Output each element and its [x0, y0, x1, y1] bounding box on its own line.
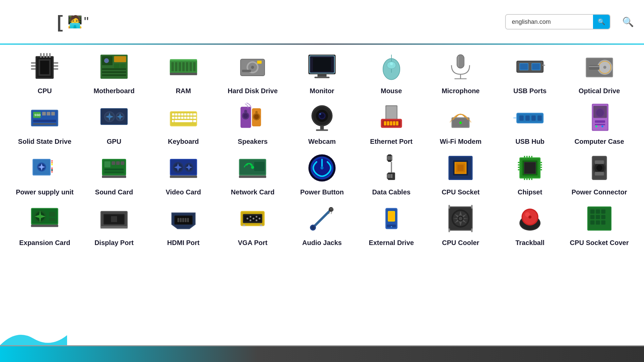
- svg-rect-244: [531, 156, 533, 158]
- item-computer-case[interactable]: Computer Case: [565, 97, 634, 147]
- svg-rect-206: [239, 176, 266, 178]
- item-wifi-modem[interactable]: Wi-Fi Modem: [426, 97, 495, 147]
- svg-rect-147: [386, 106, 396, 120]
- microphone-label: Microphone: [442, 87, 480, 95]
- svg-rect-127: [174, 120, 193, 122]
- svg-rect-47: [178, 62, 181, 71]
- item-network-card[interactable]: Network Card: [218, 147, 287, 198]
- item-solid-state-drive[interactable]: SSDSolid State Drive: [10, 97, 79, 147]
- svg-point-282: [250, 216, 251, 218]
- cpu-cooler-icon: [437, 200, 484, 237]
- item-monitor[interactable]: Monitor: [287, 46, 357, 97]
- svg-rect-246: [526, 178, 528, 180]
- bottom-bar: [0, 345, 644, 362]
- chipset-label: Chipset: [518, 188, 542, 196]
- item-expansion-card[interactable]: Expansion Card: [10, 198, 79, 249]
- ethernet-port-icon: [368, 99, 415, 136]
- cpu-socket-cover-icon: [576, 200, 623, 237]
- optical-drive-label: Optical Drive: [579, 87, 620, 95]
- quote-icon: ": [84, 14, 89, 29]
- item-ethernet-port[interactable]: Ethernet Port: [357, 97, 426, 147]
- item-power-supply[interactable]: Power supply unit: [10, 147, 79, 198]
- item-vga-port[interactable]: VGA Port: [218, 198, 287, 249]
- svg-rect-184: [51, 170, 53, 171]
- power-connector-label: Power Connector: [572, 188, 627, 196]
- network-card-icon: [229, 149, 276, 186]
- svg-rect-111: [172, 113, 174, 115]
- svg-rect-24: [31, 62, 36, 64]
- item-hdmi-port[interactable]: HDMI Port: [149, 198, 218, 249]
- cpu-socket-icon: [437, 149, 484, 186]
- item-power-button[interactable]: Power Button: [287, 147, 357, 198]
- display-port-label: Display Port: [95, 239, 134, 247]
- svg-rect-276: [187, 218, 189, 222]
- item-webcam[interactable]: Webcam: [287, 97, 357, 147]
- svg-rect-248: [531, 178, 533, 180]
- svg-rect-65: [314, 77, 329, 78]
- svg-rect-27: [54, 62, 58, 64]
- hdmi-port-label: HDMI Port: [167, 239, 200, 247]
- svg-rect-117: [190, 113, 192, 115]
- svg-rect-323: [601, 209, 605, 214]
- expansion-card-icon: [21, 200, 68, 237]
- item-external-drive[interactable]: External Drive: [357, 198, 426, 249]
- svg-rect-40: [102, 71, 126, 73]
- item-motherboard[interactable]: Motherboard: [79, 46, 149, 97]
- svg-rect-189: [112, 161, 115, 165]
- item-cpu-socket-cover[interactable]: CPU Socket Cover: [565, 198, 634, 249]
- svg-rect-227: [458, 165, 464, 171]
- item-audio-jacks[interactable]: Audio Jacks: [287, 198, 357, 249]
- item-chipset[interactable]: Chipset: [495, 147, 565, 198]
- item-hard-disk-drive[interactable]: Hard Disk Drive: [218, 46, 287, 97]
- solid-state-drive-icon: SSD: [21, 99, 68, 136]
- svg-rect-183: [51, 168, 53, 169]
- data-cables-icon: [368, 149, 415, 186]
- item-trackball[interactable]: Trackball: [495, 198, 565, 249]
- item-ram[interactable]: RAM: [149, 46, 218, 97]
- webcam-icon: [299, 99, 345, 136]
- item-cpu-socket[interactable]: CPU Socket: [426, 147, 495, 198]
- svg-rect-204: [254, 162, 265, 171]
- search-box[interactable]: 🔍: [505, 14, 610, 29]
- item-sound-card[interactable]: Sound Card: [79, 147, 149, 198]
- svg-rect-28: [54, 65, 58, 67]
- svg-rect-36: [114, 56, 126, 62]
- svg-rect-237: [540, 162, 542, 163]
- item-video-card[interactable]: Video Card: [149, 147, 218, 198]
- item-microphone[interactable]: Microphone: [426, 46, 495, 97]
- item-speakers[interactable]: Speakers: [218, 97, 287, 147]
- search-input[interactable]: [506, 15, 593, 29]
- svg-rect-261: [49, 212, 55, 217]
- item-power-connector[interactable]: Power Connector: [565, 147, 634, 198]
- item-usb-hub[interactable]: USB Hub: [495, 97, 565, 147]
- item-optical-drive[interactable]: Optical Drive: [565, 46, 634, 97]
- speakers-label: Speakers: [238, 138, 268, 145]
- item-gpu[interactable]: GPU: [79, 97, 149, 147]
- search-button[interactable]: 🔍: [593, 15, 610, 29]
- item-keyboard[interactable]: Keyboard: [149, 97, 218, 147]
- keyboard-label: Keyboard: [168, 138, 199, 145]
- mouse-icon: [368, 48, 415, 85]
- svg-rect-194: [102, 176, 126, 178]
- solid-state-drive-label: Solid State Drive: [18, 138, 71, 145]
- svg-rect-233: [518, 162, 520, 163]
- svg-line-290: [313, 209, 331, 228]
- wifi-modem-icon: [437, 99, 484, 136]
- item-display-port[interactable]: Display Port: [79, 198, 149, 249]
- svg-rect-99: [33, 120, 56, 122]
- svg-rect-311: [448, 229, 450, 232]
- svg-rect-124: [187, 117, 189, 119]
- svg-point-283: [250, 220, 251, 221]
- item-cpu-cooler[interactable]: CPU Cooler: [426, 198, 495, 249]
- item-mouse[interactable]: Mouse: [357, 46, 426, 97]
- item-usb-ports[interactable]: USB Ports: [495, 46, 565, 97]
- svg-rect-171: [595, 120, 605, 123]
- item-cpu[interactable]: CPU: [10, 46, 79, 97]
- chipset-icon: [506, 149, 553, 186]
- item-data-cables[interactable]: Data Cables: [357, 147, 426, 198]
- svg-rect-39: [102, 68, 126, 70]
- svg-rect-275: [184, 218, 186, 222]
- svg-rect-272: [177, 218, 179, 222]
- svg-rect-41: [102, 74, 126, 76]
- wifi-modem-label: Wi-Fi Modem: [440, 138, 481, 145]
